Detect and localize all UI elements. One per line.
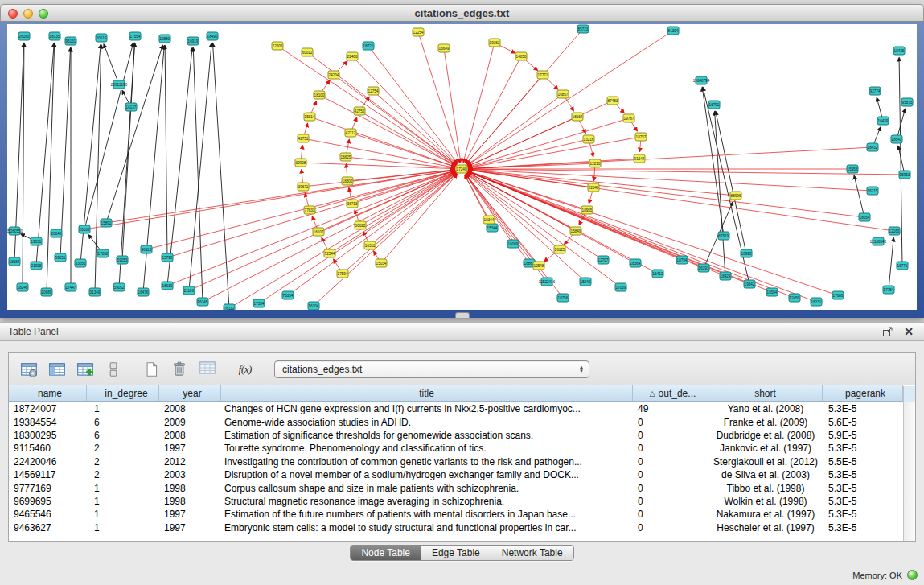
graph-node[interactable]: 15958 <box>847 165 858 173</box>
graph-node[interactable]: 12254 <box>413 28 424 36</box>
graph-node[interactable]: 24204 <box>328 71 339 79</box>
graph-node[interactable]: 30908 <box>295 159 306 167</box>
graph-node[interactable]: 12522416 <box>539 278 556 286</box>
table-row[interactable]: 2242004622012Investigating the contribut… <box>9 455 903 468</box>
graph-node[interactable]: 16771 <box>897 262 908 270</box>
graph-node[interactable]: 17554 <box>129 32 141 40</box>
graph-node[interactable]: 16476 <box>138 288 149 296</box>
table-settings-icon[interactable] <box>17 357 41 381</box>
graph-node[interactable]: 92774 <box>869 87 881 95</box>
graph-node[interactable]: 17594 <box>337 270 348 278</box>
tab-edge-table[interactable]: Edge Table <box>421 546 491 560</box>
graph-node[interactable]: 22605 <box>272 42 283 50</box>
column-header-year[interactable]: year <box>159 385 221 401</box>
graph-node[interactable]: 18429 <box>720 272 731 280</box>
graph-node[interactable]: 76354 <box>282 291 294 299</box>
graph-node[interactable]: 18794 <box>676 256 688 264</box>
graph-node[interactable]: 16412 <box>652 270 663 278</box>
graph-node[interactable]: 16125 <box>554 245 565 253</box>
edit-table-icon[interactable] <box>73 357 97 381</box>
graph-node[interactable]: 16584 <box>766 288 778 296</box>
graph-node[interactable]: 15344 <box>487 224 498 232</box>
graph-node[interactable]: 18721 <box>363 42 374 50</box>
graph-node[interactable]: 36713 <box>347 200 358 208</box>
graph-node[interactable]: 18584 <box>9 257 20 266</box>
graph-node[interactable]: 17240 <box>456 165 467 173</box>
graph-node[interactable]: 20648 <box>51 229 62 237</box>
graph-node[interactable]: 16104 <box>308 302 319 310</box>
graph-node[interactable]: 17868 <box>97 249 109 257</box>
graph-node[interactable]: 16649 <box>438 44 450 52</box>
graph-node[interactable]: 17771 <box>537 71 548 79</box>
graph-node[interactable]: 18757 <box>635 133 647 141</box>
table-row[interactable]: 1872400712008Changes of HCN gene express… <box>9 402 903 415</box>
tab-node-table[interactable]: Node Table <box>351 546 421 560</box>
float-panel-icon[interactable] <box>881 325 895 338</box>
graph-node[interactable]: 96113 <box>141 245 152 253</box>
graph-node[interactable]: 18998 <box>741 249 752 257</box>
column-header-in-degree[interactable]: in_degree <box>87 385 159 401</box>
graph-node[interactable]: 19787 <box>623 114 634 122</box>
graph-node[interactable]: 72544 <box>324 249 335 257</box>
table-row[interactable]: 911546021997Tourette syndrome. Phenomeno… <box>9 442 903 455</box>
tab-network-table[interactable]: Network Table <box>491 546 573 560</box>
table-row[interactable]: 1938455462009Genome-wide association stu… <box>9 415 903 428</box>
new-table-icon[interactable] <box>139 357 163 381</box>
graph-node[interactable]: 20610 <box>96 34 107 42</box>
graph-node[interactable]: 18432 <box>867 143 878 151</box>
graph-node[interactable]: 17447 <box>65 283 76 291</box>
graph-node[interactable]: 18100 <box>314 91 325 99</box>
table-row[interactable]: 1456911722003Disruption of a novel membe… <box>9 468 903 481</box>
graph-node[interactable]: 18541 <box>891 135 902 143</box>
graph-node[interactable]: 19342 <box>744 280 755 288</box>
row-height-icon[interactable] <box>101 357 125 381</box>
graph-node[interactable]: 18490 <box>207 32 218 40</box>
function-builder-icon[interactable]: f(x) <box>233 357 257 381</box>
graph-node[interactable]: 16137 <box>125 103 137 111</box>
graph-node[interactable]: 15344 <box>483 216 495 224</box>
minimize-button[interactable] <box>23 9 33 19</box>
graph-node[interactable]: 91544 <box>634 154 645 163</box>
graph-node[interactable]: 22406 <box>347 52 358 60</box>
graph-node[interactable]: 16311 <box>364 241 376 249</box>
graph-node[interactable]: 13216 <box>583 135 594 143</box>
table-row[interactable]: 946554611997Estimation of the future num… <box>9 508 903 521</box>
graph-node[interactable]: 18135 <box>49 32 60 40</box>
graph-node[interactable]: 95131 <box>65 37 76 45</box>
graph-node[interactable]: 15245 <box>580 278 591 286</box>
window-resize-notch[interactable] <box>455 312 470 318</box>
graph-node[interactable]: 18364 <box>630 259 641 267</box>
column-header-out-de[interactable]: △out_de... <box>633 385 708 401</box>
graph-node[interactable]: 59052 <box>113 283 125 291</box>
graph-node[interactable]: 18756 <box>557 294 569 302</box>
delete-table-icon[interactable] <box>167 357 191 381</box>
graph-node[interactable]: 59051 <box>55 253 66 262</box>
table-row[interactable]: 946362711997Embryonic stem cells: a mode… <box>9 521 903 534</box>
graph-node[interactable]: 15814 <box>304 113 315 121</box>
graph-node[interactable]: 96245 <box>197 298 208 306</box>
graph-node[interactable]: 16089 <box>507 240 519 248</box>
graph-node[interactable]: 22040 <box>588 183 599 192</box>
graph-node[interactable]: 88996 <box>730 192 741 200</box>
graph-node[interactable]: 20166 <box>79 225 90 233</box>
graph-node[interactable]: 16625 <box>340 153 351 161</box>
graph-node[interactable]: 42751 <box>298 134 309 142</box>
graph-node[interactable]: 19880 <box>159 35 170 43</box>
close-button[interactable] <box>8 9 18 19</box>
graph-node[interactable]: 14850 <box>515 52 527 60</box>
graph-node[interactable]: 12216 <box>589 159 601 167</box>
graph-node[interactable]: 81304 <box>667 27 679 35</box>
graph-node[interactable]: 39671 <box>298 183 309 191</box>
graph-node[interactable]: 20613190 <box>111 80 128 89</box>
graph-node[interactable]: 18054 <box>859 213 870 221</box>
graph-node[interactable]: 42712 <box>345 129 356 137</box>
graph-node[interactable]: 42752 <box>354 107 365 115</box>
graph-node[interactable]: 25260550 <box>7 227 23 235</box>
graph-node[interactable]: 12160542 <box>870 237 887 245</box>
graph-node[interactable]: 19648794 <box>693 76 710 84</box>
graph-node[interactable]: 59053 <box>117 256 128 264</box>
graph-node[interactable]: 17680 <box>832 291 844 299</box>
table-row[interactable]: 977716911998Corpus callosum shape and si… <box>9 481 903 494</box>
graph-node[interactable]: 17754 <box>883 286 894 294</box>
graph-node[interactable]: 18164 <box>572 113 583 121</box>
